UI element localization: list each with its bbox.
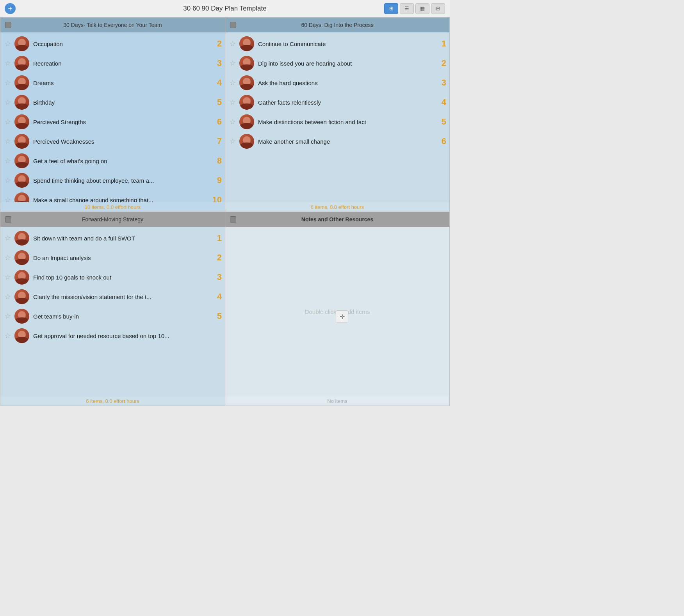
star-icon[interactable]: ☆: [4, 98, 12, 107]
star-icon[interactable]: ☆: [228, 137, 237, 146]
avatar: [14, 173, 29, 188]
avatar: [14, 270, 29, 285]
star-icon[interactable]: ☆: [228, 118, 237, 126]
avatar: [14, 328, 29, 343]
avatar: [239, 36, 254, 51]
item-label: Clarify the mission/vision statement for…: [33, 294, 210, 300]
star-icon[interactable]: ☆: [4, 137, 12, 146]
q1-checkbox[interactable]: [5, 22, 11, 28]
list-item[interactable]: ☆Percieved Weaknesses7: [0, 132, 225, 151]
star-icon[interactable]: ☆: [228, 98, 237, 107]
list-item[interactable]: ☆Birthday5: [0, 93, 225, 112]
star-icon[interactable]: ☆: [4, 292, 12, 301]
star-icon[interactable]: ☆: [228, 78, 237, 87]
q2-checkbox[interactable]: [230, 22, 236, 28]
q4-checkbox[interactable]: [230, 216, 236, 223]
item-number: 3: [435, 78, 446, 88]
item-label: Dig into issed you are hearing about: [258, 60, 435, 67]
item-number: 4: [210, 292, 222, 302]
item-label: Recreation: [33, 60, 210, 67]
star-icon[interactable]: ☆: [4, 312, 12, 320]
avatar: [14, 153, 29, 168]
q4-footer: No items: [225, 396, 449, 406]
q3-checkbox[interactable]: [5, 216, 11, 223]
q1-footer: 10 items, 0.0 effort hours: [0, 202, 225, 212]
item-number: 1: [435, 39, 446, 49]
item-number: 4: [210, 78, 222, 88]
star-icon[interactable]: ☆: [228, 39, 237, 48]
list-item[interactable]: ☆Recreation3: [0, 53, 225, 73]
list-item[interactable]: ☆Dreams4: [0, 73, 225, 93]
item-number: 5: [210, 311, 222, 321]
quadrant-30-days: 30 Days- Talk to Everyone on Your Team ☆…: [0, 17, 225, 212]
star-icon[interactable]: ☆: [4, 234, 12, 242]
star-icon[interactable]: ☆: [4, 253, 12, 262]
item-label: Make distinctions between fiction and fa…: [258, 119, 435, 125]
item-label: Get approval for needed resource based o…: [33, 333, 210, 339]
list-item[interactable]: ☆Continue to Communicate1: [225, 34, 449, 53]
center-drag-handle[interactable]: ✛: [336, 310, 348, 323]
q1-items: ☆Occupation2☆Recreation3☆Dreams4☆Birthda…: [0, 32, 225, 202]
q3-title: Forward-Moving Strategy: [11, 216, 214, 223]
q4-title: Notes and Other Resources: [236, 216, 438, 223]
star-icon[interactable]: ☆: [4, 78, 12, 87]
item-label: Find top 10 goals to knock out: [33, 274, 210, 281]
list-item[interactable]: ☆Get approval for needed resource based …: [0, 326, 225, 345]
view-controls: ⊞ ☰ ▦ ⊟: [384, 3, 445, 14]
avatar: [14, 95, 29, 110]
item-label: Get a feel of what's going on: [33, 158, 210, 164]
star-icon[interactable]: ☆: [4, 331, 12, 340]
grid-view-button[interactable]: ⊞: [384, 3, 398, 14]
list-item[interactable]: ☆Dig into issed you are hearing about2: [225, 53, 449, 73]
item-number: 2: [435, 58, 446, 68]
q2-footer: 6 items, 0.0 effort hours: [225, 202, 449, 212]
list-item[interactable]: ☆Sit down with team and do a full SWOT1: [0, 228, 225, 248]
list-item[interactable]: ☆Find top 10 goals to knock out3: [0, 267, 225, 287]
q2-title: 60 Days: Dig Into the Process: [236, 22, 438, 28]
avatar: [239, 134, 254, 149]
avatar: [239, 56, 254, 71]
star-icon[interactable]: ☆: [4, 118, 12, 126]
avatar: [239, 75, 254, 90]
item-number: 8: [210, 156, 222, 166]
star-icon[interactable]: ☆: [4, 176, 12, 185]
star-icon[interactable]: ☆: [4, 273, 12, 281]
list-item[interactable]: ☆Get team's buy-in5: [0, 306, 225, 326]
list-item[interactable]: ☆Make a small change around something th…: [0, 190, 225, 202]
avatar: [14, 114, 29, 129]
item-number: 2: [210, 39, 222, 49]
table-view-button[interactable]: ⊟: [431, 3, 445, 14]
list-item[interactable]: ☆Percieved Strengths6: [0, 112, 225, 132]
calendar-view-button[interactable]: ▦: [415, 3, 429, 14]
item-number: 6: [210, 117, 222, 127]
list-item[interactable]: ☆Make another small change6: [225, 132, 449, 151]
item-label: Get team's buy-in: [33, 313, 210, 320]
item-number: 5: [435, 117, 446, 127]
star-icon[interactable]: ☆: [228, 59, 237, 68]
star-icon[interactable]: ☆: [4, 59, 12, 68]
add-button[interactable]: +: [5, 3, 16, 14]
star-icon[interactable]: ☆: [4, 196, 12, 202]
avatar: [14, 134, 29, 149]
quadrant-notes: Notes and Other Resources Double click t…: [225, 212, 450, 406]
list-item[interactable]: ☆Make distinctions between fiction and f…: [225, 112, 449, 132]
item-label: Spend time thinking about employee, team…: [33, 177, 210, 184]
item-label: Dreams: [33, 80, 210, 86]
star-icon[interactable]: ☆: [4, 39, 12, 48]
list-item[interactable]: ☆Occupation2: [0, 34, 225, 53]
list-item[interactable]: ☆Clarify the mission/vision statement fo…: [0, 287, 225, 306]
list-item[interactable]: ☆Gather facts relentlessly4: [225, 93, 449, 112]
avatar: [14, 289, 29, 304]
list-item[interactable]: ☆Do an Impact analysis2: [0, 248, 225, 267]
avatar: [14, 36, 29, 51]
star-icon[interactable]: ☆: [4, 157, 12, 165]
list-view-button[interactable]: ☰: [400, 3, 414, 14]
q3-footer: 6 items, 0.0 effort hours: [0, 396, 225, 406]
q1-header: 30 Days- Talk to Everyone on Your Team: [0, 18, 225, 32]
main-grid: 30 Days- Talk to Everyone on Your Team ☆…: [0, 17, 450, 406]
list-item[interactable]: ☆Get a feel of what's going on8: [0, 151, 225, 171]
app-title: 30 60 90 Day Plan Template: [183, 5, 266, 12]
list-item[interactable]: ☆Spend time thinking about employee, tea…: [0, 171, 225, 190]
quadrant-strategy: Forward-Moving Strategy ☆Sit down with t…: [0, 212, 225, 406]
list-item[interactable]: ☆Ask the hard questions3: [225, 73, 449, 93]
